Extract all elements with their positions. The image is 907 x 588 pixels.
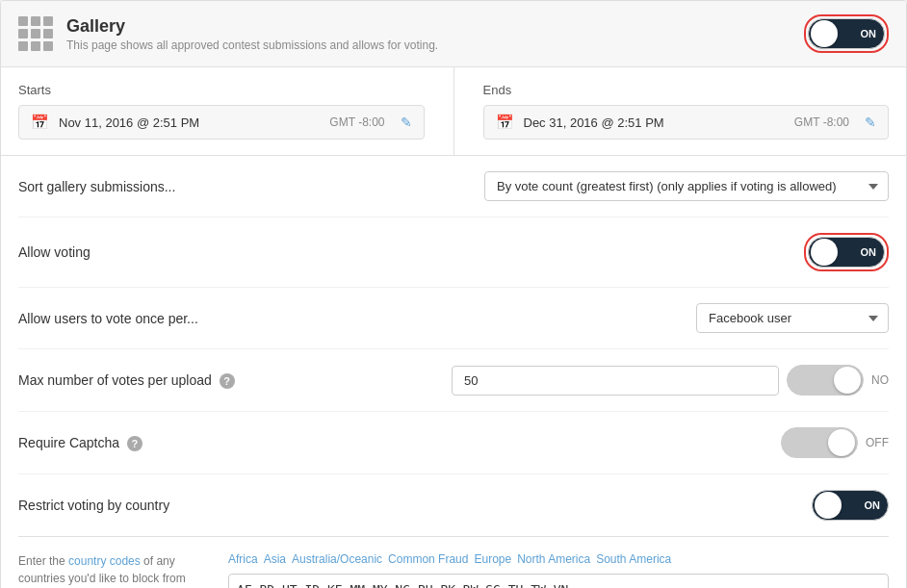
- max-votes-knob: [834, 367, 861, 394]
- header-text: Gallery This page shows all approved con…: [66, 16, 438, 52]
- allow-voting-control: ON: [804, 233, 889, 271]
- country-right: Africa Asia Australia/Oceanic Common Fra…: [228, 552, 889, 588]
- max-votes-help-icon[interactable]: ?: [220, 373, 235, 389]
- captcha-help-icon[interactable]: ?: [127, 436, 143, 451]
- starts-gmt: GMT -8:00: [329, 115, 384, 129]
- max-votes-row: Max number of votes per upload ? NO: [18, 349, 889, 412]
- region-asia[interactable]: Asia: [264, 552, 286, 566]
- sort-label: Sort gallery submissions...: [18, 179, 175, 194]
- starts-date: Nov 11, 2016 @ 2:51 PM: [59, 115, 320, 130]
- country-section: Enter the country codes of any countries…: [18, 536, 889, 588]
- max-votes-toggle[interactable]: [787, 365, 864, 396]
- vote-once-select[interactable]: Facebook user: [696, 303, 889, 333]
- max-votes-input[interactable]: [452, 366, 779, 396]
- restrict-country-toggle[interactable]: ON: [812, 490, 889, 521]
- starts-row: 📅 Nov 11, 2016 @ 2:51 PM GMT -8:00 ✎: [18, 105, 425, 140]
- max-votes-no-label: NO: [871, 373, 889, 387]
- starts-calendar-icon: 📅: [31, 114, 49, 131]
- allow-voting-toggle-label: ON: [861, 246, 877, 258]
- ends-row: 📅 Dec 31, 2016 @ 2:51 PM GMT -8:00 ✎: [483, 105, 890, 140]
- header-toggle-highlight: ON: [804, 14, 889, 53]
- page-subtitle: This page shows all approved contest sub…: [66, 38, 438, 52]
- country-description: Enter the country codes of any countries…: [18, 552, 211, 588]
- region-africa[interactable]: Africa: [228, 552, 258, 566]
- page-header: Gallery This page shows all approved con…: [1, 1, 906, 67]
- main-content: Sort gallery submissions... By vote coun…: [1, 156, 906, 588]
- vote-once-label: Allow users to vote once per...: [18, 311, 198, 326]
- captcha-off-label: OFF: [866, 436, 889, 449]
- gallery-toggle[interactable]: ON: [808, 18, 885, 49]
- allow-voting-row: Allow voting ON: [18, 217, 889, 288]
- allow-voting-toggle-highlight: ON: [804, 233, 889, 271]
- captcha-knob: [828, 429, 855, 456]
- page-title: Gallery: [66, 16, 438, 37]
- captcha-toggle[interactable]: [781, 427, 858, 458]
- starts-edit-icon[interactable]: ✎: [401, 115, 412, 130]
- country-codes-link[interactable]: country codes: [68, 554, 141, 568]
- region-australia[interactable]: Australia/Oceanic: [292, 552, 382, 566]
- ends-block: Ends 📅 Dec 31, 2016 @ 2:51 PM GMT -8:00 …: [454, 67, 890, 155]
- allow-voting-toggle[interactable]: ON: [808, 237, 885, 268]
- ends-calendar-icon: 📅: [496, 114, 514, 131]
- ends-gmt: GMT -8:00: [794, 115, 849, 129]
- region-fraud[interactable]: Common Fraud: [388, 552, 468, 566]
- sort-select[interactable]: By vote count (greatest first) (only app…: [484, 171, 889, 201]
- restrict-country-toggle-label: ON: [865, 499, 881, 511]
- restrict-country-row: Restrict voting by country ON: [18, 474, 889, 536]
- ends-date: Dec 31, 2016 @ 2:51 PM: [524, 115, 785, 130]
- restrict-country-knob: [815, 492, 842, 519]
- captcha-label: Require Captcha ?: [18, 435, 143, 451]
- country-desc-start: Enter the: [18, 554, 68, 568]
- ends-edit-icon[interactable]: ✎: [865, 115, 876, 130]
- vote-once-control: Facebook user: [696, 303, 889, 333]
- region-north-america[interactable]: North America: [517, 552, 590, 566]
- ends-label: Ends: [483, 83, 890, 97]
- gallery-toggle-knob: [811, 20, 838, 47]
- max-votes-label: Max number of votes per upload ?: [18, 372, 235, 389]
- starts-label: Starts: [18, 83, 425, 97]
- region-south-america[interactable]: South America: [596, 552, 671, 566]
- max-votes-toggle-group: NO: [787, 365, 889, 396]
- header-left: Gallery This page shows all approved con…: [18, 16, 438, 52]
- vote-once-row: Allow users to vote once per... Facebook…: [18, 288, 889, 349]
- region-links: Africa Asia Australia/Oceanic Common Fra…: [228, 552, 889, 566]
- captcha-row: Require Captcha ? OFF: [18, 412, 889, 474]
- restrict-country-label: Restrict voting by country: [18, 498, 169, 513]
- max-votes-control: NO: [452, 365, 889, 396]
- restrict-country-control: ON: [812, 490, 889, 521]
- gallery-toggle-label: ON: [861, 28, 877, 39]
- sort-control: By vote count (greatest first) (only app…: [484, 171, 889, 201]
- allow-voting-knob: [811, 239, 838, 266]
- region-europe[interactable]: Europe: [474, 552, 511, 566]
- allow-voting-label: Allow voting: [18, 244, 91, 260]
- captcha-toggle-group: OFF: [781, 427, 889, 458]
- captcha-control: OFF: [781, 427, 889, 458]
- starts-block: Starts 📅 Nov 11, 2016 @ 2:51 PM GMT -8:0…: [18, 67, 454, 155]
- country-codes-textarea[interactable]: AF,BD,HT,ID,KE,MM,MY,NG,PH,PK,RW,SG,TH,T…: [228, 574, 889, 588]
- sort-row: Sort gallery submissions... By vote coun…: [18, 156, 889, 217]
- dates-section: Starts 📅 Nov 11, 2016 @ 2:51 PM GMT -8:0…: [1, 67, 906, 156]
- grid-icon: [18, 16, 53, 51]
